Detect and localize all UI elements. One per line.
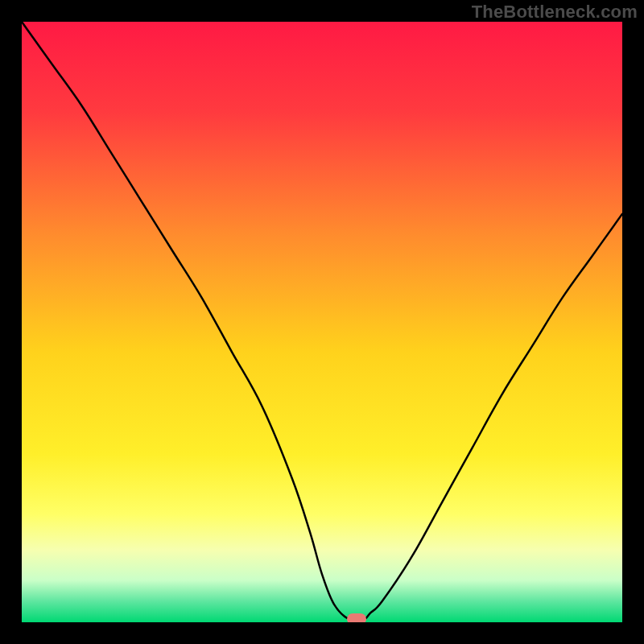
bottleneck-curve — [22, 22, 622, 622]
watermark-text: TheBottleneck.com — [472, 2, 638, 23]
plot-area — [22, 22, 622, 622]
chart-container: TheBottleneck.com — [0, 0, 644, 644]
bottleneck-marker — [347, 613, 366, 622]
